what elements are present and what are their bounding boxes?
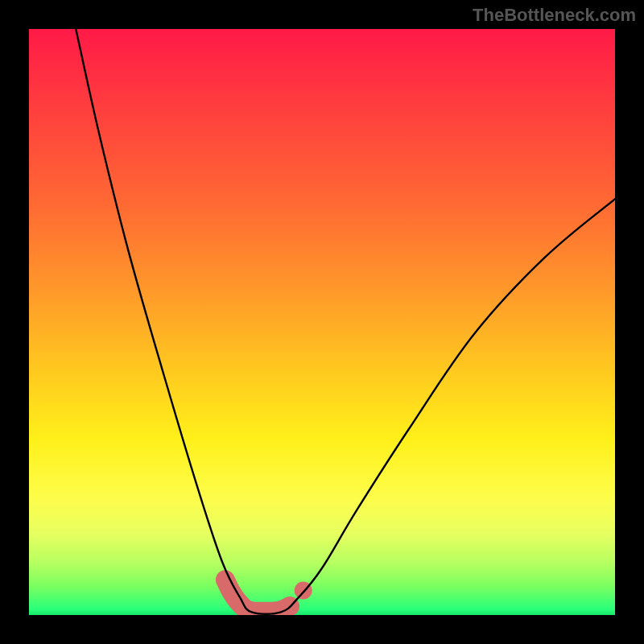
plot-area [29, 29, 615, 615]
marker-strip [225, 580, 290, 612]
watermark-text: TheBottleneck.com [473, 5, 636, 26]
curve-svg [29, 29, 615, 615]
bottleneck-curve [76, 29, 615, 614]
chart-frame: TheBottleneck.com [0, 0, 644, 644]
